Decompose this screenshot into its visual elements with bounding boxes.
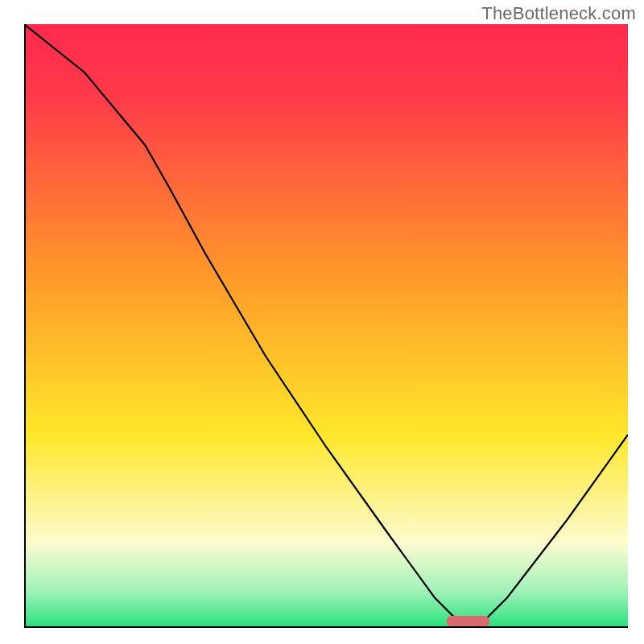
optimal-marker: [447, 617, 489, 627]
bottleneck-curve: [24, 24, 628, 628]
y-axis: [24, 24, 26, 628]
chart-canvas: TheBottleneck.com: [0, 0, 644, 644]
x-axis: [24, 626, 628, 628]
attribution-text: TheBottleneck.com: [481, 3, 636, 24]
plot-area: [24, 24, 628, 628]
curve-path: [24, 24, 628, 622]
